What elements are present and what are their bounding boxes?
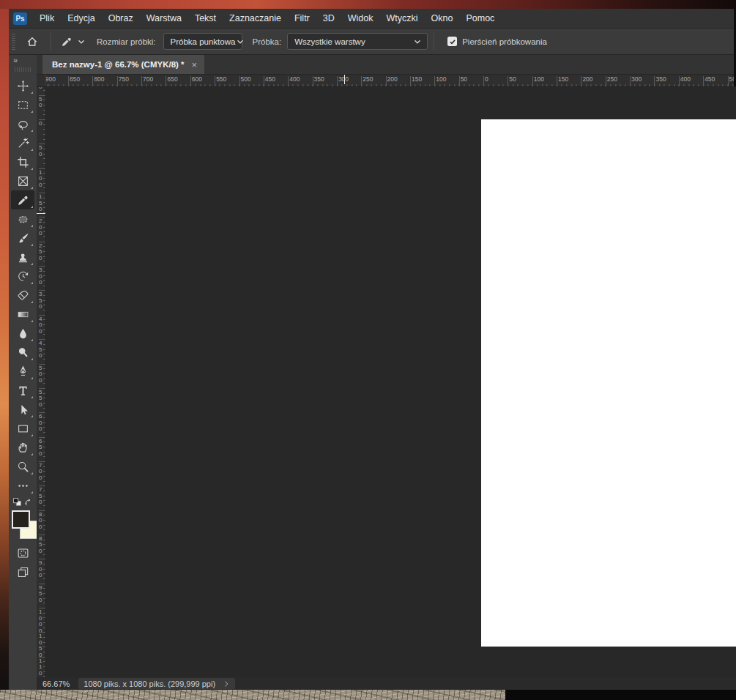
main-area: »	[9, 54, 736, 690]
zoom-level-field[interactable]: 66.67%	[42, 679, 70, 688]
flyout-indicator	[31, 320, 33, 322]
flyout-indicator	[31, 453, 33, 455]
chevron-down-icon[interactable]	[76, 37, 86, 47]
vruler-label-150: 1 5 0	[39, 193, 42, 213]
eyedropper-tool-preset-icon[interactable]	[57, 32, 76, 51]
hruler-label-800: 800	[92, 76, 104, 83]
gradient-icon	[17, 308, 29, 321]
brush-tool[interactable]	[11, 228, 34, 247]
eraser-tool[interactable]	[11, 286, 34, 305]
vertical-ruler[interactable]: 1 0 05 005 01 0 01 5 02 0 02 5 03 0 03 5…	[37, 87, 46, 677]
wand-icon	[17, 137, 29, 149]
vruler-label-950: 9 5 0	[39, 584, 42, 604]
home-icon[interactable]	[20, 31, 45, 52]
sampling-ring-checkbox-wrap[interactable]: Pierścień próbkowania	[447, 37, 547, 46]
document-tab[interactable]: Bez nazwy-1 @ 66.7% (CMYK/8) * ×	[42, 55, 204, 74]
hruler-label-300: 300	[630, 76, 642, 83]
hruler-label-200: 200	[581, 76, 592, 83]
flyout-indicator	[31, 92, 33, 94]
expand-panel-chevrons-icon[interactable]: »	[9, 55, 37, 66]
canvas-viewport[interactable]	[46, 87, 736, 677]
vruler-label-850: 8 5 0	[39, 535, 42, 555]
tools-panel-grip[interactable]	[15, 67, 31, 72]
type-icon	[17, 384, 29, 397]
path-selection-tool[interactable]	[11, 400, 34, 419]
patch-tool[interactable]	[11, 209, 34, 228]
close-tab-icon[interactable]: ×	[192, 59, 198, 70]
menu-item-pomoc[interactable]: Pomoc	[459, 10, 501, 26]
checkbox-checked-icon[interactable]	[447, 37, 457, 46]
vruler-label-100: 1 0 0	[39, 87, 42, 91]
divider	[51, 33, 51, 51]
flyout-indicator	[31, 130, 33, 132]
blur-tool[interactable]	[11, 324, 34, 343]
menu-item-plik[interactable]: Plik	[33, 10, 61, 26]
chevron-right-icon[interactable]	[215, 680, 230, 688]
vruler-label-0: 0	[39, 119, 42, 127]
quick-mask-button[interactable]	[11, 543, 34, 562]
menu-item-okno[interactable]: Okno	[425, 10, 460, 26]
ruler-origin-corner[interactable]	[37, 75, 46, 86]
vruler-label-700: 7 0 0	[39, 461, 42, 482]
flyout-indicator	[31, 396, 33, 398]
tools-list	[11, 76, 34, 476]
type-tool[interactable]	[11, 381, 34, 400]
flyout-indicator	[31, 415, 33, 417]
flyout-indicator	[31, 434, 33, 436]
menu-item-filtr[interactable]: Filtr	[288, 10, 316, 26]
screen-mode-button[interactable]	[11, 562, 34, 581]
rectangular-marquee-tool[interactable]	[11, 95, 34, 114]
hruler-label-150: 150	[410, 76, 422, 83]
vruler-label-800: 8 0 0	[39, 510, 42, 531]
menu-item-obraz[interactable]: Obraz	[102, 10, 140, 26]
frame-tool[interactable]	[11, 171, 34, 190]
vruler-label-200: 2 0 0	[39, 217, 42, 237]
document-dimensions-field[interactable]: 1080 piks. x 1080 piks. (299,999 ppi)	[78, 678, 235, 689]
sample-size-dropdown[interactable]: Próbka punktowa	[163, 33, 242, 50]
hand-tool[interactable]	[11, 438, 34, 457]
vruler-label-50: 5 0	[39, 144, 42, 157]
menu-item-wtyczki[interactable]: Wtyczki	[380, 10, 425, 26]
document-column: Bez nazwy-1 @ 66.7% (CMYK/8) * × 9008508…	[37, 54, 736, 690]
hruler-label-900: 900	[46, 76, 56, 83]
hruler-label-100: 100	[532, 76, 544, 83]
foreground-color-swatch[interactable]	[12, 510, 30, 529]
vruler-label-100: 1 0 0	[39, 168, 42, 189]
status-bar: 66.67% 1080 piks. x 1080 piks. (299,999 …	[37, 677, 736, 690]
vruler-label-600: 6 0 0	[39, 412, 42, 433]
default-colors-icon[interactable]	[12, 497, 22, 507]
rectangle-tool[interactable]	[11, 419, 34, 438]
eyedropper-tool[interactable]	[11, 190, 34, 209]
hand-icon	[17, 442, 29, 454]
flyout-indicator	[31, 225, 33, 227]
clone-stamp-tool[interactable]	[11, 247, 34, 267]
options-bar-grip[interactable]	[12, 34, 15, 50]
vruler-label-1050: 1 0 5 0	[39, 632, 42, 658]
pen-tool[interactable]	[11, 362, 34, 381]
document-canvas[interactable]	[481, 119, 736, 647]
object-selection-tool[interactable]	[11, 133, 34, 152]
vruler-label-900: 9 0 0	[39, 559, 42, 579]
zoom-tool[interactable]	[11, 457, 34, 476]
dodge-tool[interactable]	[11, 343, 34, 362]
menu-item-edycja[interactable]: Edycja	[61, 10, 102, 26]
flyout-indicator	[31, 263, 33, 265]
vruler-label-300: 3 0 0	[39, 266, 42, 286]
sample-layers-dropdown[interactable]: Wszystkie warstwy	[287, 33, 428, 50]
history-brush-tool[interactable]	[11, 267, 34, 286]
edit-toolbar-button[interactable]	[11, 476, 34, 495]
menu-item-widok[interactable]: Widok	[341, 10, 380, 26]
crop-tool[interactable]	[11, 152, 34, 171]
horizontal-ruler[interactable]: 9008508007507006506005505004504003503002…	[46, 75, 736, 86]
menu-item-3d[interactable]: 3D	[316, 10, 341, 26]
hruler-label-750: 750	[117, 76, 129, 83]
hruler-label-250: 250	[606, 76, 617, 83]
flyout-indicator	[31, 491, 33, 494]
swap-colors-icon[interactable]	[23, 497, 33, 507]
menu-item-tekst[interactable]: Tekst	[188, 10, 223, 26]
gradient-tool[interactable]	[11, 305, 34, 324]
move-tool[interactable]	[11, 76, 34, 95]
lasso-tool[interactable]	[11, 114, 34, 133]
menu-item-zaznaczanie[interactable]: Zaznaczanie	[223, 10, 288, 26]
menu-item-warstwa[interactable]: Warstwa	[140, 10, 188, 26]
